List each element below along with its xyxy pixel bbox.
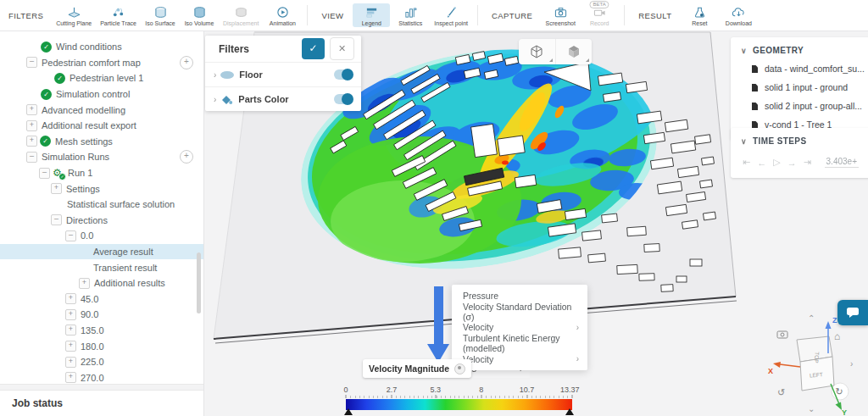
- tree-item-direction-0[interactable]: 0.0: [0, 228, 203, 244]
- menu-item-velocity-std-dev[interactable]: Velocity Standard Deviation (σ): [452, 304, 587, 320]
- field-selector-button[interactable]: Velocity Magnitude: [363, 359, 471, 378]
- collapse-icon[interactable]: [26, 57, 37, 68]
- inspect-point-icon: [444, 6, 459, 19]
- time-step-value[interactable]: 3.403e+: [825, 157, 859, 168]
- expand-icon[interactable]: [65, 341, 76, 352]
- expand-icon[interactable]: [65, 357, 76, 368]
- iso-volume-button[interactable]: Iso Volume: [181, 3, 218, 27]
- apply-filters-button[interactable]: [302, 38, 325, 59]
- particle-trace-button[interactable]: Particle Trace: [97, 3, 140, 27]
- legend-button[interactable]: Legend: [353, 3, 390, 27]
- iso-surface-icon: [153, 6, 168, 19]
- rotate-right-chevron-icon[interactable]: ›: [850, 359, 853, 369]
- collapse-icon[interactable]: [65, 230, 76, 241]
- tree-item-settings[interactable]: Settings: [0, 180, 203, 197]
- chevron-right-icon[interactable]: [214, 70, 216, 80]
- expand-icon[interactable]: [26, 104, 37, 115]
- screenshot-button[interactable]: Screenshot: [542, 3, 579, 27]
- tree-item-directions[interactable]: Directions: [0, 213, 203, 229]
- legend-range-handle-max[interactable]: [565, 408, 574, 415]
- tree-item-simulation-runs[interactable]: Simulation Runs: [0, 149, 203, 165]
- camera-icon[interactable]: [777, 331, 787, 338]
- play-icon[interactable]: ▷: [773, 157, 780, 168]
- animation-button[interactable]: Animation: [264, 3, 301, 27]
- geometry-item[interactable]: data - wind_comfort_su...: [741, 64, 868, 74]
- geometry-panel-header[interactable]: GEOMETRY: [741, 46, 868, 55]
- tree-item-wind-conditions[interactable]: Wind conditions: [0, 39, 203, 55]
- collapse-icon[interactable]: [39, 168, 50, 179]
- expand-icon[interactable]: [51, 183, 62, 194]
- wireframe-view-button[interactable]: [519, 39, 555, 64]
- close-filters-button[interactable]: [330, 37, 354, 60]
- tree-item-simulation-control[interactable]: Simulation control: [0, 86, 203, 103]
- download-button[interactable]: Download: [720, 3, 757, 27]
- expand-icon[interactable]: [26, 120, 37, 131]
- parts-color-toggle[interactable]: [334, 94, 353, 104]
- tree-item-run-1[interactable]: Run 1: [0, 165, 203, 181]
- expand-icon[interactable]: [79, 278, 90, 289]
- tree-item-direction-135[interactable]: 135.0: [0, 323, 203, 339]
- check-icon: [41, 89, 52, 100]
- tree-item-additional-result-export[interactable]: Additional result export: [0, 118, 203, 134]
- solid-view-button[interactable]: [555, 39, 593, 64]
- filters-panel-title: Filters: [219, 43, 302, 55]
- next-step-icon[interactable]: →: [787, 158, 797, 168]
- collapse-icon[interactable]: [26, 152, 37, 163]
- job-status-bar[interactable]: Job status: [0, 391, 203, 416]
- iso-surface-button[interactable]: Iso Surface: [142, 3, 179, 27]
- tree-item-pedestrian-level-1[interactable]: Pedestrian level 1: [0, 70, 203, 86]
- expand-icon[interactable]: [26, 136, 37, 147]
- time-steps-header[interactable]: TIME STEPS: [741, 136, 868, 146]
- view-mode-toggle: [519, 39, 592, 64]
- record-button[interactable]: BETA Record: [581, 3, 618, 27]
- cutting-plane-button[interactable]: Cutting Plane: [53, 3, 95, 27]
- sidebar-scrollbar[interactable]: [197, 252, 201, 313]
- skip-to-end-icon[interactable]: ⇥: [804, 157, 811, 168]
- legend-range-handle-min[interactable]: [344, 408, 353, 415]
- tree-item-direction-45[interactable]: 45.0: [0, 291, 203, 308]
- solid-icon: [751, 64, 759, 74]
- tree-item-average-result[interactable]: Average result: [0, 244, 203, 260]
- support-chat-button[interactable]: [837, 300, 868, 325]
- gear-check-icon: [53, 168, 64, 179]
- reset-button[interactable]: Reset: [681, 3, 718, 27]
- tree-item-advanced-modelling[interactable]: Advanced modelling: [0, 102, 203, 118]
- add-button[interactable]: [180, 56, 193, 69]
- rotate-up-chevron-icon[interactable]: ⌃: [808, 313, 815, 323]
- floor-toggle[interactable]: [334, 69, 353, 80]
- expand-icon[interactable]: [65, 309, 76, 320]
- tree-item-transient-result[interactable]: Transient result: [0, 259, 203, 275]
- chevron-right-icon[interactable]: [214, 95, 216, 104]
- check-icon: [40, 136, 51, 147]
- displacement-button[interactable]: Displacement: [220, 3, 262, 27]
- expand-icon[interactable]: [65, 293, 76, 304]
- expand-icon[interactable]: [65, 324, 76, 336]
- legend-color-bar[interactable]: [346, 399, 572, 410]
- add-button[interactable]: [180, 150, 193, 164]
- info-icon[interactable]: [454, 363, 465, 374]
- skip-to-start-icon[interactable]: ⇤: [743, 157, 750, 168]
- home-view-icon[interactable]: ⌂: [834, 330, 840, 342]
- statistics-button[interactable]: Statistics: [392, 3, 429, 27]
- toolbar-separator: [477, 5, 478, 25]
- menu-item-velocity-2[interactable]: Velocity: [452, 351, 587, 367]
- parts-color-icon: [220, 94, 233, 105]
- rotate-ccw-icon[interactable]: ↺: [777, 387, 785, 397]
- tree-item-statistical-surface-solution[interactable]: Statistical surface solution: [0, 197, 203, 213]
- tree-item-mesh-settings[interactable]: Mesh settings: [0, 134, 203, 150]
- previous-step-icon[interactable]: ←: [757, 158, 766, 168]
- tree-item-direction-180[interactable]: 180.0: [0, 338, 203, 354]
- expand-icon[interactable]: [65, 372, 76, 383]
- geometry-item[interactable]: solid 2 input - group-all...: [741, 101, 868, 111]
- collapse-icon[interactable]: [51, 214, 62, 225]
- tree-item-direction-225[interactable]: 225.0: [0, 354, 203, 370]
- geometry-item[interactable]: solid 1 input - ground: [741, 82, 868, 92]
- tree-item-additional-results[interactable]: Additional results: [0, 275, 203, 291]
- inspect-point-button[interactable]: Inspect point: [431, 3, 471, 27]
- tree-item-pedestrian-comfort-map[interactable]: Pedestrian comfort map: [0, 55, 203, 71]
- menu-item-turbulent-kinetic-energy[interactable]: Turbulent Kinetic Energy (modelled): [452, 336, 587, 352]
- filter-row-floor[interactable]: Floor: [205, 62, 361, 86]
- filter-row-parts-color[interactable]: Parts Color: [205, 86, 361, 111]
- rotate-down-chevron-icon[interactable]: ⌄: [808, 404, 815, 413]
- tree-item-direction-90[interactable]: 90.0: [0, 307, 203, 323]
